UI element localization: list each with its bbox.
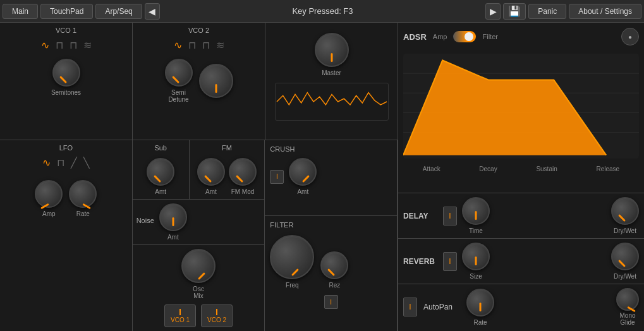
vco2-knob-row: SemiDetune [137,59,261,103]
lfo-rate-knob[interactable] [69,180,97,208]
crush-title: CRUSH [270,145,392,153]
save-icon: 💾 [508,5,521,17]
reverb-drywet-label: Dry/Wet [614,273,636,280]
vco1-indicator [179,309,181,315]
delay-time-knob[interactable] [462,197,490,225]
fm-block: FM Amt FM Mod [190,140,265,199]
osc-noise-panel: Sub Amt FM Amt FM [133,140,265,331]
lfo-wave-rev[interactable]: ╲ [82,155,91,170]
osc-mix-knob[interactable] [181,249,216,283]
vco1-title: VCO 1 [4,27,128,34]
vco1-semitones-container: Semitones [51,59,81,96]
adsr-header: ADSR Amp Filter ● [403,28,639,45]
adsr-svg [403,49,639,163]
filter-rez-knob[interactable] [320,251,348,279]
left-panel: VCO 1 ∿ ⊓ ⊓ ≋ Semitones VCO 2 [0,23,398,331]
save-button[interactable]: 💾 [503,3,526,20]
adsr-graph [403,49,639,163]
vco2-indicator [216,309,217,315]
cf-panel: CRUSH I Amt FILTER Freq [265,140,398,331]
vco1-wave-square[interactable]: ⊓ [54,38,64,52]
main-button[interactable]: Main [3,4,38,19]
autopan-toggle-btn[interactable]: I [403,298,417,316]
vco1-knob-row: Semitones [4,59,128,96]
lfo-amp-label: Amp [42,210,56,217]
filter-freq-knob[interactable] [270,235,314,279]
lfo-rate-container: Rate [69,180,97,217]
master-label: Master [322,69,341,76]
reverb-size-knob[interactable] [462,243,490,270]
filter-rez-label: Rez [329,282,340,289]
reverb-title: REVERB [403,257,438,266]
vco2-wave-saw[interactable]: ⊓ [201,38,211,52]
reverb-size-container: Size [462,243,490,280]
fm-mod-knob[interactable] [229,158,257,186]
main-layout: VCO 1 ∿ ⊓ ⊓ ≋ Semitones VCO 2 [0,23,644,331]
noise-block: Noise Amt [133,200,265,245]
lfo-wave-square[interactable]: ⊓ [56,155,66,170]
arpseq-button[interactable]: Arp/Seq [95,4,142,19]
sub-amt-knob[interactable] [147,158,174,186]
fm-amt-knob[interactable] [197,158,225,186]
osc-vco1-button[interactable]: VCO 1 [164,304,196,327]
adsr-labels: Attack Decay Sustain Release [403,166,639,172]
vco2-wave-sine[interactable]: ∿ [173,38,183,52]
nav-right-button[interactable]: ▶ [485,3,501,20]
autopan-rate-knob[interactable] [466,289,494,316]
touchpad-button[interactable]: TouchPad [40,4,93,19]
adsr-toggle-switch[interactable] [453,31,476,42]
vco2-wave-square[interactable]: ⊓ [187,38,197,52]
osc-mix-bottom: OscMix VCO 1 VCO 2 [133,245,265,331]
autopan-title: AutoPan [423,303,453,311]
vco2-semi-knob[interactable] [165,59,193,87]
noise-amt-label: Amt [167,234,179,241]
vco2-wave-row: ∿ ⊓ ⊓ ≋ [137,38,261,52]
osc-vco2-button[interactable]: VCO 2 [201,304,233,327]
crush-amt-container: Amt [289,158,317,195]
fm-mod-container: FM Mod [229,158,257,195]
attack-label: Attack [423,166,440,172]
about-settings-button[interactable]: About / Settings [569,4,641,19]
master-knob[interactable] [315,33,349,67]
lfo-amp-knob[interactable] [35,180,63,208]
fm-mod-label: FM Mod [231,188,255,195]
lfo-amp-container: Amp [35,180,63,217]
vco1-wave-sine[interactable]: ∿ [40,38,51,52]
lfo-wave-row: ∿ ⊓ ╱ ╲ [4,155,128,170]
filter-title: FILTER [270,221,392,229]
fm-amt-container: Amt [197,158,225,195]
vco2-semi-container: SemiDetune [165,59,193,103]
vco1-semitones-knob[interactable] [52,59,80,87]
filter-toggle-btn[interactable]: I [324,295,338,309]
osc-mix-container: OscMix [181,249,216,299]
crush-amt-knob[interactable] [289,158,317,186]
mono-glide-container: MonoGlide [616,288,639,326]
adsr-dot-btn[interactable]: ● [621,28,639,45]
reverb-toggle-btn[interactable]: I [443,252,457,271]
vco2-detune-knob[interactable] [199,64,233,98]
fm-amt-label: Amt [205,188,217,195]
vco1-wave-noise[interactable]: ≋ [82,38,93,52]
crush-toggle-btn[interactable]: I [270,170,284,184]
filter-freq-label: Freq [286,282,299,289]
nav-left-button[interactable]: ◀ [145,3,160,20]
autopan-rate-label: Rate [473,319,487,326]
delay-drywet-knob[interactable] [611,197,639,225]
osc-vco1-label: VCO 1 [171,316,190,323]
vco2-semi-label: SemiDetune [168,89,188,103]
delay-drywet-label: Dry/Wet [614,227,636,234]
delay-toggle-btn[interactable]: I [443,207,457,226]
delay-time-container: Time [462,197,490,234]
top-bar: Main TouchPad Arp/Seq ◀ Key Pressed: F3 … [0,0,644,23]
vco2-wave-noise[interactable]: ≋ [215,38,226,52]
lfo-wave-ramp[interactable]: ╱ [70,155,78,170]
vco1-section: VCO 1 ∿ ⊓ ⊓ ≋ Semitones [0,23,133,140]
vco1-wave-saw[interactable]: ⊓ [68,38,78,52]
vco2-detune-container [199,64,233,98]
lfo-wave-sine[interactable]: ∿ [41,155,52,170]
reverb-drywet-knob[interactable] [611,243,639,270]
lfo-knob-row: Amp Rate [4,180,128,217]
noise-amt-knob[interactable] [159,203,187,231]
mono-glide-knob[interactable] [616,288,639,311]
panic-button[interactable]: Panic [528,4,566,19]
